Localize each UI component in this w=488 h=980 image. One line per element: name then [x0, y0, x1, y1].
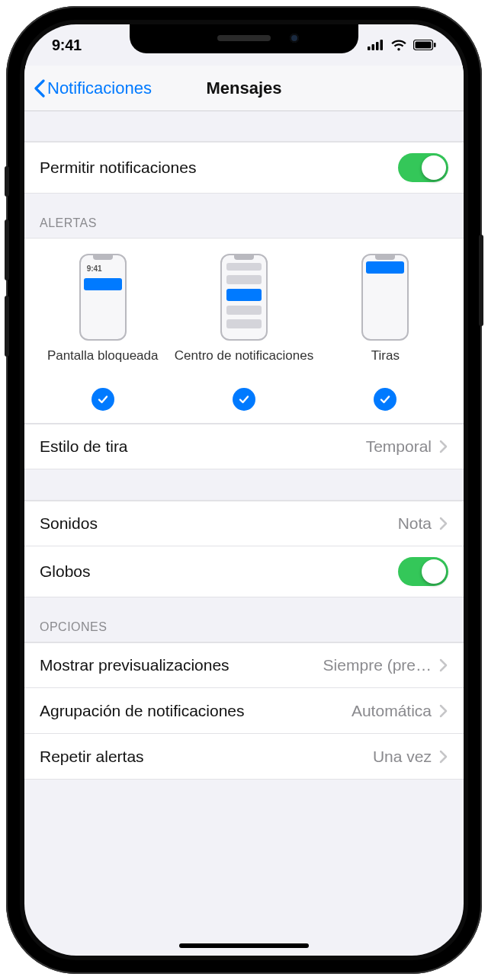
banner-style-row[interactable]: Estilo de tira Temporal: [24, 424, 464, 469]
chevron-right-icon: [439, 440, 448, 453]
show-previews-value: Siempre (pre…: [323, 656, 432, 674]
back-button[interactable]: Notificaciones: [34, 78, 152, 98]
badges-row[interactable]: Globos: [24, 546, 464, 597]
status-time: 9:41: [52, 37, 82, 54]
grouping-row[interactable]: Agrupación de notificaciones Automática: [24, 688, 464, 734]
badges-toggle[interactable]: [398, 557, 448, 586]
notch: [130, 24, 358, 53]
nav-bar: Notificaciones Mensajes: [24, 66, 464, 111]
svg-rect-2: [376, 42, 379, 50]
chevron-right-icon: [439, 750, 448, 764]
svg-rect-5: [416, 42, 432, 49]
wifi-icon: [390, 39, 407, 51]
options-header: OPCIONES: [24, 597, 464, 642]
device-frame: 9:41 Notificaciones Mensajes: [6, 6, 482, 974]
checkmark-icon: [374, 388, 396, 411]
repeat-alerts-row[interactable]: Repetir alertas Una vez: [24, 734, 464, 780]
grouping-value: Automática: [352, 702, 432, 720]
chevron-right-icon: [439, 704, 448, 718]
screen: 9:41 Notificaciones Mensajes: [24, 24, 464, 956]
side-button: [479, 235, 483, 326]
allow-notifications-label: Permitir notificaciones: [40, 159, 398, 177]
svg-rect-0: [368, 46, 371, 50]
alert-option-label: Tiras: [371, 348, 400, 380]
allow-notifications-row[interactable]: Permitir notificaciones: [24, 142, 464, 194]
badges-label: Globos: [40, 562, 398, 581]
back-label: Notificaciones: [47, 78, 152, 98]
svg-rect-1: [372, 44, 375, 50]
sounds-value: Nota: [398, 514, 432, 533]
alerts-panel: 9:41 Pantalla bloqueada: [24, 239, 464, 424]
banner-preview-icon: [361, 254, 409, 341]
content: Permitir notificaciones ALERTAS 9:41: [24, 111, 464, 780]
chevron-right-icon: [439, 658, 448, 672]
alerts-header: ALERTAS: [24, 194, 464, 239]
alert-option-label: Pantalla bloqueada: [47, 348, 159, 380]
mute-switch: [5, 166, 9, 197]
checkmark-icon: [233, 388, 255, 411]
chevron-left-icon: [34, 79, 46, 98]
checkmark-icon: [92, 388, 114, 411]
volume-up-button: [5, 219, 9, 280]
repeat-alerts-value: Una vez: [373, 748, 432, 766]
show-previews-label: Mostrar previsualizaciones: [40, 656, 323, 674]
cellular-icon: [368, 40, 384, 50]
alert-option-notification-center[interactable]: Centro de notificaciones: [173, 254, 314, 411]
banner-style-label: Estilo de tira: [40, 437, 366, 456]
lockscreen-preview-icon: 9:41: [79, 254, 127, 341]
alert-option-lockscreen[interactable]: 9:41 Pantalla bloqueada: [32, 254, 173, 411]
svg-rect-6: [434, 43, 436, 47]
alert-option-banners[interactable]: Tiras: [315, 254, 456, 411]
chevron-right-icon: [439, 517, 448, 530]
repeat-alerts-label: Repetir alertas: [40, 748, 373, 766]
battery-icon: [413, 40, 436, 50]
banner-style-value: Temporal: [366, 437, 432, 456]
volume-down-button: [5, 296, 9, 357]
page-title: Mensajes: [206, 78, 281, 98]
notification-center-preview-icon: [220, 254, 268, 341]
allow-notifications-toggle[interactable]: [398, 153, 448, 182]
home-indicator[interactable]: [179, 943, 309, 948]
show-previews-row[interactable]: Mostrar previsualizaciones Siempre (pre…: [24, 642, 464, 688]
grouping-label: Agrupación de notificaciones: [40, 702, 352, 720]
svg-rect-3: [380, 40, 384, 50]
alert-option-label: Centro de notificaciones: [175, 348, 313, 380]
sounds-label: Sonidos: [40, 514, 398, 533]
status-icons: [368, 39, 436, 51]
sounds-row[interactable]: Sonidos Nota: [24, 501, 464, 546]
